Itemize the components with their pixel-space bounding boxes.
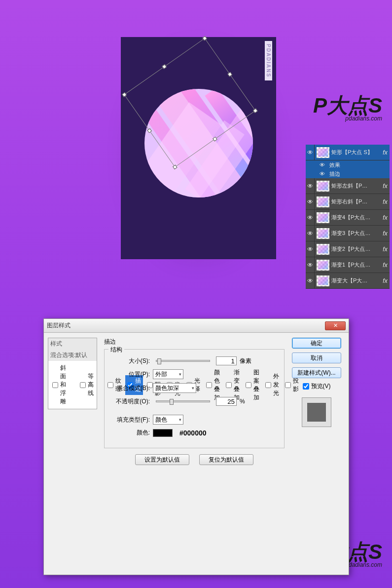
new-style-button[interactable]: 新建样式(W)... [292, 367, 341, 378]
size-label: 大小(S): [109, 357, 150, 365]
layer-thumbnail[interactable] [317, 275, 329, 286]
color-swatch[interactable] [153, 429, 173, 437]
structure-group: 结构 大小(S): 像素 位置(P): 外部 混合模式(B): 颜色加深 不透明… [104, 349, 285, 448]
layer-thumbnail[interactable] [317, 212, 329, 223]
fill-type-label: 填充类型(F): [109, 416, 150, 424]
layer-row[interactable]: 👁矩形左斜【P…fx [306, 178, 390, 194]
dialog-titlebar[interactable]: 图层样式 ✕ [44, 319, 349, 333]
close-button[interactable]: ✕ [325, 321, 346, 330]
layer-row[interactable]: 👁渐变1【P大点…fx [306, 257, 390, 273]
size-slider[interactable] [156, 360, 210, 362]
layer-effects-header[interactable]: 👁效果 [306, 160, 390, 169]
layer-label: 矩形右斜【P… [331, 198, 381, 205]
fill-type-select[interactable]: 颜色 [153, 415, 183, 425]
style-label: 斜面和浮雕 [60, 364, 66, 406]
layer-row-selected[interactable]: 👁 矩形【P大点 S】 fx [306, 145, 390, 160]
visibility-eye-icon[interactable]: 👁 [306, 257, 315, 273]
poster-artwork: PDADIANS [121, 37, 276, 259]
preview-label: 预览(V) [311, 382, 331, 391]
dialog-title: 图层样式 [47, 321, 325, 330]
preview-checkbox-row[interactable]: 预览(V) [303, 382, 331, 391]
layer-thumbnail[interactable] [317, 181, 329, 192]
visibility-eye-icon[interactable]: 👁 [306, 226, 315, 241]
watermark: P大点S pdadians.com [313, 96, 382, 122]
size-row: 大小(S): 像素 [109, 356, 279, 365]
layer-thumbnail[interactable] [317, 228, 329, 239]
layer-fx-icon[interactable]: fx [381, 214, 390, 221]
layer-fx-icon[interactable]: fx [381, 198, 390, 205]
visibility-eye-icon[interactable]: 👁 [306, 178, 315, 194]
preview-box [302, 397, 331, 427]
style-label: 等高线 [88, 372, 94, 397]
cancel-button[interactable]: 取消 [292, 353, 341, 363]
visibility-eye-icon[interactable]: 👁 [306, 210, 315, 225]
position-select[interactable]: 外部 [153, 369, 183, 379]
style-item[interactable]: 等高线 [70, 371, 96, 399]
size-unit: 像素 [240, 357, 251, 365]
layer-label: 矩形【P大点 S】 [331, 149, 381, 156]
opacity-row: 不透明度(O): % [109, 397, 279, 406]
layer-label: 渐变大【P大… [331, 277, 381, 284]
layer-thumbnail[interactable] [317, 244, 329, 255]
dialog-buttons-column: 确定 取消 新建样式(W)... 预览(V) [289, 333, 349, 575]
layer-label: 渐变1【P大点… [331, 261, 381, 269]
visibility-eye-icon[interactable]: 👁 [306, 145, 315, 160]
blend-mode-label: 混合模式(B): [109, 384, 150, 392]
size-input[interactable] [216, 356, 237, 365]
position-label: 位置(P): [109, 370, 150, 379]
layer-style-dialog: 图层样式 ✕ 样式 混合选项:默认 斜面和浮雕等高线纹理描边内阴影内发光光泽颜色… [43, 318, 349, 575]
visibility-eye-icon[interactable]: 👁 [306, 241, 315, 257]
layer-label: 渐变4【P大点… [331, 214, 381, 221]
reset-default-button[interactable]: 复位为默认值 [199, 454, 253, 465]
opacity-input[interactable] [216, 397, 237, 406]
position-row: 位置(P): 外部 [109, 369, 279, 379]
style-checkbox[interactable] [80, 382, 86, 388]
opacity-slider[interactable] [156, 400, 210, 402]
poster-brand-label: PDADIANS [265, 41, 272, 80]
ok-button[interactable]: 确定 [292, 338, 341, 349]
styles-list[interactable]: 样式 混合选项:默认 斜面和浮雕等高线纹理描边内阴影内发光光泽颜色叠加渐变叠加图… [48, 338, 97, 409]
layer-row[interactable]: 👁渐变4【P大点…fx [306, 210, 390, 226]
section-title: 描边 [104, 338, 285, 346]
preview-checkbox[interactable] [303, 383, 309, 390]
layer-fx-icon[interactable]: fx [381, 277, 390, 284]
color-hex: #000000 [179, 429, 207, 437]
layer-effect-stroke[interactable]: 👁描边 [306, 169, 390, 178]
color-row: 颜色: #000000 [109, 429, 279, 437]
blend-mode-select[interactable]: 颜色加深 [153, 383, 196, 393]
layer-label: 矩形左斜【P… [331, 182, 381, 190]
style-item[interactable]: 斜面和浮雕 [50, 362, 68, 407]
default-buttons-row: 设置为默认值 复位为默认值 [104, 454, 285, 465]
blend-mode-row: 混合模式(B): 颜色加深 [109, 383, 279, 393]
layer-row[interactable]: 👁矩形右斜【P…fx [306, 194, 390, 210]
styles-header: 样式 [48, 338, 97, 350]
fill-type-row: 填充类型(F): 颜色 [109, 415, 279, 425]
layer-row[interactable]: 👁渐变2【P大点…fx [306, 241, 390, 257]
settings-column: 描边 结构 大小(S): 像素 位置(P): 外部 混合模式(B): 颜色加深 [97, 333, 289, 575]
visibility-eye-icon[interactable]: 👁 [306, 273, 315, 288]
style-checkbox[interactable] [52, 382, 58, 388]
visibility-eye-icon[interactable]: 👁 [306, 194, 315, 209]
layer-row[interactable]: 👁渐变3【P大点…fx [306, 226, 390, 241]
opacity-label: 不透明度(O): [109, 397, 150, 406]
group-title: 结构 [108, 346, 124, 354]
layer-thumbnail[interactable] [317, 147, 329, 158]
layer-thumbnail[interactable] [317, 196, 329, 207]
layer-fx-icon[interactable]: fx [381, 183, 390, 190]
styles-column: 样式 混合选项:默认 斜面和浮雕等高线纹理描边内阴影内发光光泽颜色叠加渐变叠加图… [44, 333, 97, 575]
layer-thumbnail[interactable] [317, 260, 329, 271]
set-default-button[interactable]: 设置为默认值 [135, 454, 189, 465]
layer-fx-icon[interactable]: fx [381, 149, 390, 156]
opacity-unit: % [240, 398, 245, 405]
layer-fx-icon[interactable]: fx [381, 230, 390, 237]
layer-fx-icon[interactable]: fx [381, 262, 390, 269]
layer-fx-icon[interactable]: fx [381, 246, 390, 253]
color-label: 颜色: [109, 429, 150, 437]
layers-panel[interactable]: 👁 矩形【P大点 S】 fx 👁效果 👁描边 👁矩形左斜【P…fx👁矩形右斜【P… [306, 145, 390, 289]
layer-row[interactable]: 👁渐变大【P大…fx [306, 273, 390, 289]
layer-label: 渐变3【P大点… [331, 230, 381, 237]
circle-artwork [144, 89, 253, 197]
layer-label: 渐变2【P大点… [331, 245, 381, 253]
blending-options-row[interactable]: 混合选项:默认 [48, 350, 97, 361]
